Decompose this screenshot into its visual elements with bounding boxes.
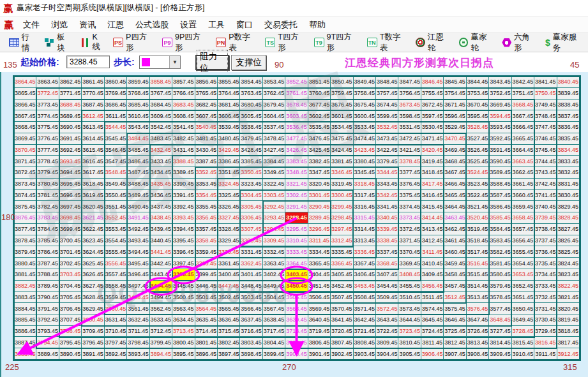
- grid-cell: 3912.45: [557, 348, 580, 360]
- grid-cell: 3569.45: [308, 303, 331, 314]
- grid-cell: 3359.45: [195, 246, 218, 258]
- grid-cell: 3536.45: [285, 122, 308, 133]
- grid-cell: 3833.45: [557, 156, 580, 167]
- grid-cell: 3310.45: [285, 235, 308, 247]
- grid-cell: 3682.45: [195, 100, 218, 111]
- grid-cell: 3723.45: [398, 326, 421, 337]
- grid-cell: 3600.45: [354, 110, 376, 122]
- grid-cell: 3352.45: [195, 167, 218, 179]
- grid-cell: 3517.45: [467, 246, 489, 258]
- grid-cell: 3552.45: [105, 212, 127, 224]
- grid-cell: 3384.45: [263, 156, 285, 167]
- grid-cell: 3324.45: [218, 179, 240, 190]
- hexagon-icon: [502, 38, 511, 47]
- grid-cell: 3361.45: [218, 258, 240, 269]
- grid-cell: 3764.45: [218, 88, 240, 100]
- toolbar-item-六角形[interactable]: 六角形: [498, 32, 541, 54]
- grid-cell: 3465.45: [444, 190, 466, 202]
- grid-cell: 3407.45: [376, 269, 398, 281]
- grid-cell: 3617.45: [82, 167, 104, 179]
- grid-cell: 3473.45: [376, 133, 398, 145]
- menu-item-0[interactable]: 文件: [17, 20, 45, 29]
- grid-cell: 3481.45: [195, 133, 218, 145]
- grid-cell: 3580.45: [489, 269, 511, 281]
- grid-cell: 3410.45: [421, 258, 444, 269]
- resistance-button[interactable]: 阻力位: [195, 55, 229, 70]
- grid-cell: 3425.45: [308, 145, 331, 156]
- grid-cell: 3339.45: [376, 224, 398, 235]
- grid-cell: 3438.45: [150, 212, 172, 224]
- menu-item-4[interactable]: 公式选股: [130, 20, 174, 29]
- grid-cell: 3389.45: [172, 167, 195, 179]
- step-label: 步长:: [114, 57, 135, 68]
- angle-label-45: 45: [570, 60, 579, 70]
- grid-cell: 3642.45: [354, 314, 376, 326]
- grid-cell: 3693.45: [59, 156, 82, 167]
- grid-cell: 3774.45: [36, 110, 59, 122]
- menu-item-1[interactable]: 浏览: [45, 20, 73, 29]
- grid-cell: 3640.45: [308, 314, 331, 326]
- grid-cell: 3431.45: [172, 145, 195, 156]
- grid-cell: 3522.45: [467, 190, 489, 202]
- menu-item-6[interactable]: 工具: [202, 20, 230, 29]
- title-bar[interactable]: 赢 赢家老子时空周期系统[纵横版][纵横版] - [价格正方形]: [0, 0, 588, 16]
- toolbar-item-江恩轮[interactable]: 江恩轮: [412, 32, 455, 54]
- toolbar-item-9T四方形[interactable]: T99T四方形: [310, 32, 363, 54]
- grid-cell: 3520.45: [467, 212, 489, 224]
- toolbar-item-P四方形[interactable]: PSP四方形: [109, 32, 158, 54]
- start-price-input[interactable]: [66, 55, 110, 68]
- angle-label-135: 135: [3, 60, 17, 70]
- grid-cell: 3532.45: [376, 122, 398, 133]
- grid-cell: 3602.45: [308, 110, 331, 122]
- grid-cell: 3609.45: [150, 110, 172, 122]
- toolbar-item-label: T数字表: [380, 32, 408, 54]
- grid-cell: 3595.45: [467, 110, 489, 122]
- grid-cell: 3332.45: [263, 246, 285, 258]
- grid-cell: 3566.45: [240, 303, 262, 314]
- angle-label-270: 270: [282, 362, 296, 372]
- grid-cell: 3537.45: [263, 122, 285, 133]
- grid-cell: 3625.45: [82, 258, 104, 269]
- grid-cell: 3835.45: [557, 133, 580, 145]
- toolbar-item-赢家服务[interactable]: $赢家服务: [541, 32, 588, 54]
- step-color-dropdown[interactable]: ▼: [139, 55, 181, 69]
- grid-cell: 3477.45: [285, 133, 308, 145]
- grid-cell: 3457.45: [444, 281, 466, 292]
- menu-item-8[interactable]: 交易委托: [259, 20, 303, 29]
- grid-cell: 3765.45: [195, 88, 218, 100]
- menu-item-7[interactable]: 窗口: [230, 20, 259, 29]
- grid-cell: 3857.45: [172, 77, 195, 88]
- grid-cell: 3533.45: [354, 122, 376, 133]
- grid-cell: 3413.45: [421, 224, 444, 235]
- grid-cell: 3685.45: [127, 100, 149, 111]
- toolbar-item-T数字表[interactable]: TNT数字表: [363, 32, 412, 54]
- menu-item-2[interactable]: 资讯: [73, 20, 102, 29]
- toolbar-item-赢家轮[interactable]: 赢家轮: [455, 32, 499, 54]
- grid-cell: 3588.45: [489, 179, 511, 190]
- grid-cell: 3724.45: [421, 326, 444, 337]
- support-button[interactable]: 支撑位: [231, 55, 266, 70]
- grid-cell: 3651.45: [512, 292, 534, 303]
- grid-cell: 3778.45: [36, 156, 59, 167]
- toolbar-item-T四方形[interactable]: TST四方形: [261, 32, 310, 54]
- menu-item-9[interactable]: 帮助: [303, 20, 331, 29]
- toolbar-item-label: 9T四方形: [327, 32, 359, 54]
- grid-cell: 3556.45: [105, 258, 127, 269]
- grid-cell: 3861.45: [82, 77, 104, 88]
- menu-item-3[interactable]: 江恩: [102, 20, 130, 29]
- grid-cell: 3903.45: [354, 348, 376, 360]
- toolbar-item-K线[interactable]: K线: [77, 33, 109, 52]
- grid-cell: 3677.45: [308, 100, 331, 111]
- grid-cell: 3461.45: [444, 235, 466, 247]
- toolbar-item-板块[interactable]: 板块: [41, 32, 76, 54]
- grid-cell: 3782.45: [36, 201, 59, 212]
- chevron-down-icon[interactable]: ▼: [169, 56, 180, 68]
- toolbar-item-行情[interactable]: 行情: [5, 32, 41, 54]
- grid-cell: 3801.45: [195, 337, 218, 348]
- grid-cell: 3905.45: [398, 348, 421, 360]
- grid-cell: 3791.45: [36, 303, 59, 314]
- menu-item-5[interactable]: 设置: [174, 20, 202, 29]
- grid-cell: 3752.45: [489, 88, 511, 100]
- grid-cell: 3610.45: [127, 110, 149, 122]
- grid-cell: 3295.45: [285, 224, 308, 235]
